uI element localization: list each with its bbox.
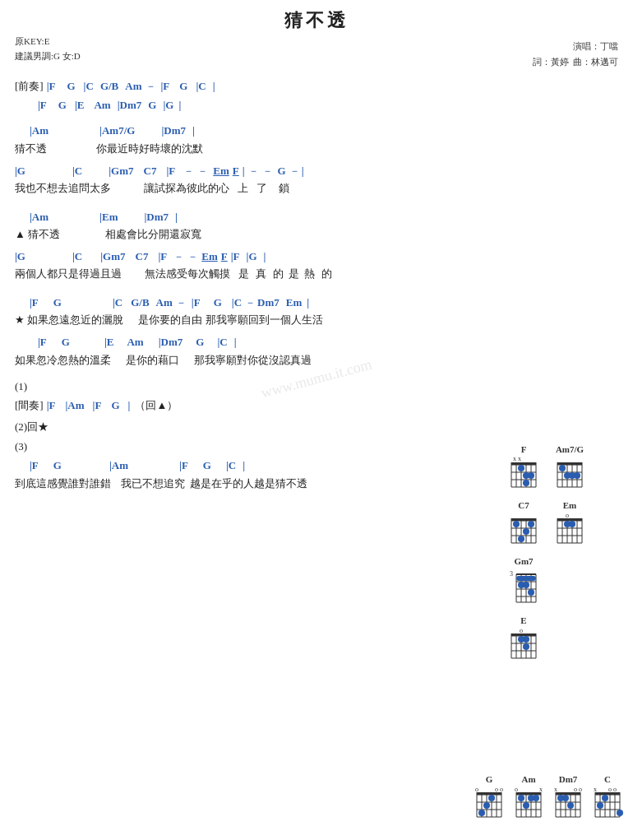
chord-bar5: |: [175, 207, 178, 226]
chord-diagram-G-bottom: G o o o: [474, 774, 505, 824]
lyric-7: 鎖: [279, 180, 289, 197]
svg-text:x: x: [539, 786, 543, 793]
svg-point-15: [528, 472, 534, 479]
lyric-12: 是: [238, 266, 249, 283]
lyric-13: 真: [256, 266, 266, 283]
lyric-1: 猜不透: [15, 141, 47, 158]
star-icon: ★: [15, 312, 25, 329]
chord-G13: G: [53, 456, 62, 475]
chord-F3: |F: [30, 293, 39, 312]
chord-Am2: Am: [94, 95, 110, 114]
chord-G10: G: [62, 332, 70, 351]
chord-Gm71: |Gm7: [109, 161, 133, 180]
chord-sep7: |F: [166, 161, 175, 180]
chord-sep15: |Dm7: [159, 332, 183, 351]
chord-GB2: G/B: [131, 293, 149, 312]
chord-diagram-Em: Em o: [554, 500, 585, 550]
svg-point-158: [617, 810, 623, 816]
chord-Am6: Am: [127, 332, 143, 351]
chord-sep18: |F: [93, 396, 102, 415]
singer-info: 演唱：丁噹 詞：黃婷 曲：林邁可: [15, 39, 618, 69]
lyric-10: 兩個人都只是得過且過: [15, 266, 122, 283]
lyric-6: 了: [256, 180, 267, 197]
chord-F5: |F: [47, 396, 56, 415]
chord-Am1: Am: [125, 77, 141, 95]
lyric-9: 相處會比分開還寂寬: [105, 226, 201, 244]
svg-point-75: [528, 589, 534, 596]
svg-point-156: [597, 802, 603, 809]
chord-bar4: |: [302, 161, 304, 180]
chord-diagram-C7: C7: [508, 500, 539, 550]
svg-text:o: o: [475, 786, 478, 793]
chord-C1: |C: [72, 161, 82, 180]
chord-G1: G: [67, 77, 75, 95]
svg-point-121: [518, 795, 524, 801]
svg-point-44: [518, 536, 524, 542]
chord-G11: G: [196, 332, 204, 351]
chord-sep6: |G: [163, 95, 173, 114]
chord-sep20: |Am: [109, 456, 128, 475]
lyric-21: 如果忽冷忽熱的溫柔: [15, 352, 111, 369]
lyric-15: 是: [289, 266, 299, 283]
chord-diagrams-panel: F x x: [508, 444, 623, 671]
chord-Dm72: |Dm7: [144, 207, 169, 226]
svg-text:x: x: [518, 456, 521, 462]
lyric-19: 是你要的自由: [138, 312, 202, 329]
chord-sep8: |F: [158, 247, 167, 266]
chord-G14: G: [203, 456, 211, 475]
svg-point-105: [478, 810, 485, 816]
chord-sep16: |C: [217, 332, 227, 351]
chord-sep2: |F: [161, 77, 170, 95]
svg-text:o: o: [574, 786, 577, 793]
chord-Am3: |Am: [30, 121, 49, 140]
lyric-20: 那我寧願回到一個人生活: [206, 312, 323, 329]
svg-point-141: [567, 802, 574, 809]
chord-sep1: |C: [84, 77, 94, 95]
chord-sep3: |C: [196, 77, 206, 95]
chord-bar2: |: [178, 95, 181, 114]
lyric-18: 如果忽遠忽近的灑脫: [27, 312, 123, 329]
svg-text:o: o: [608, 786, 612, 793]
lyric-27: 越是在乎的人越是猜不透: [190, 476, 307, 493]
chord-diagram-Gm7: Gm7 3: [508, 556, 539, 609]
chord-G12: G: [111, 396, 119, 415]
svg-point-16: [523, 480, 529, 486]
chord-G5: |G: [15, 161, 25, 180]
section-1-label: (1): [15, 378, 27, 396]
interlude-label: [間奏]: [15, 396, 44, 415]
svg-text:o: o: [566, 512, 569, 519]
svg-point-46: [528, 521, 534, 527]
chord-sep14: |E: [104, 332, 114, 351]
chord-sep10: |G: [247, 247, 257, 266]
chord-Dm71: |Dm7: [161, 121, 186, 140]
lyric-25: 到底這感覺誰對誰錯: [15, 476, 111, 493]
chord-Am7G: |Am7/G: [99, 121, 135, 140]
svg-point-31: [574, 472, 580, 479]
svg-text:x: x: [594, 786, 597, 793]
chord-diagram-Dm7-bottom: Dm7 x o o: [552, 774, 584, 824]
svg-text:3: 3: [510, 570, 513, 578]
chord-sep4: |E: [75, 95, 85, 114]
chord-diagram-Am7G: Am7/G: [554, 444, 585, 494]
chord-bar9: |: [243, 456, 245, 475]
svg-point-157: [602, 795, 608, 801]
chord-bar6: |: [264, 247, 266, 266]
lyric-8: 猜不透: [28, 226, 60, 244]
chord-bar1: |: [213, 77, 215, 95]
chord-Dm73: Dm7: [257, 293, 280, 312]
lyric-5: 上: [238, 180, 248, 197]
lyric-3: 我也不想去追問太多: [15, 180, 111, 197]
lyric-17: 的: [321, 266, 332, 283]
chord-bar8: |: [234, 332, 237, 351]
lyric-23: 那我寧願對你從沒認真過: [194, 352, 312, 369]
lyric-14: 的: [273, 266, 284, 283]
svg-point-13: [518, 465, 524, 471]
svg-point-60: [569, 521, 575, 527]
chord-sep5: |Dm7: [118, 95, 142, 114]
chord-diagram-F: F x x: [508, 444, 539, 494]
svg-point-90: [523, 643, 529, 650]
chord-F4: |F: [38, 332, 47, 351]
lyric-26: 我已不想追究: [121, 476, 185, 493]
svg-text:o: o: [579, 786, 582, 793]
svg-point-140: [562, 795, 569, 801]
